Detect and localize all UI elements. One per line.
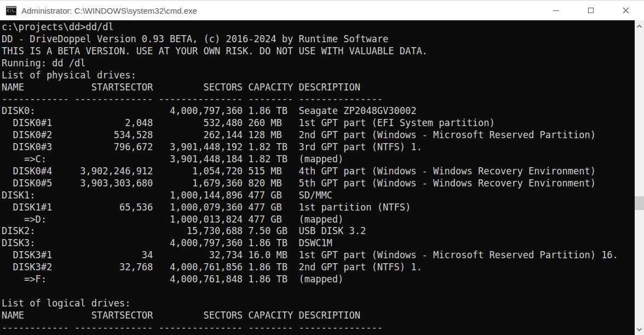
console-line: DISK0#5 3,903,303,680 1,679,360 820 MB 5… <box>2 178 635 190</box>
close-icon <box>623 7 629 14</box>
close-button[interactable] <box>613 1 639 20</box>
scrollbar-thumb[interactable] <box>635 196 644 210</box>
console-line <box>2 286 635 298</box>
console-line: DISK2: 15,730,688 7.50 GB USB DISK 3.2 <box>2 225 635 237</box>
cmd-icon-titlestrip <box>7 7 16 8</box>
chevron-down-icon <box>637 328 642 331</box>
console-line: NAME STARTSECTOR SECTORS CAPACITY DESCRI… <box>2 310 635 322</box>
scroll-down-button[interactable] <box>635 325 644 334</box>
chevron-up-icon <box>637 25 642 28</box>
console-line: =>C: 3,901,448,184 1.82 TB (mapped) <box>2 154 635 166</box>
titlebar[interactable]: C:\. Administrator: C:\WINDOWS\system32\… <box>0 0 644 20</box>
console-line: DISK0#3 796,672 3,901,448,192 1.82 TB 3r… <box>2 141 635 154</box>
console-output[interactable]: c:\projects\dd>dd/dlDD - DriveDoppel Ver… <box>0 20 635 335</box>
console-line: NAME STARTSECTOR SECTORS CAPACITY DESCRI… <box>2 82 635 94</box>
console-line: ------------ -------------- ------------… <box>2 93 635 105</box>
cmd-icon[interactable]: C:\. <box>6 6 16 15</box>
console-line: THIS IS A BETA VERSION. USE AT YOUR OWN … <box>2 46 635 58</box>
minimize-icon <box>553 10 559 11</box>
console-line: DISK0#4 3,902,246,912 1,054,720 515 MB 4… <box>2 166 635 178</box>
scroll-up-button[interactable] <box>635 21 644 31</box>
console-line: DISK3: 4,000,797,360 1.86 TB DSWC1M <box>2 237 635 249</box>
vertical-scrollbar[interactable] <box>635 20 644 335</box>
console-line: List of logical drives: <box>2 298 635 310</box>
console-line: DISK0#1 2,048 532,480 260 MB 1st GPT par… <box>2 117 635 129</box>
console-line: ------------ -------------- ------------… <box>2 322 635 334</box>
console-line: c:\projects\dd>dd/dl <box>2 21 635 33</box>
console-line: DISK1#1 65,536 1,000,079,360 477 GB 1st … <box>2 202 635 214</box>
window-title: Administrator: C:\WINDOWS\system32\cmd.e… <box>21 6 197 15</box>
console-line: DISK3#2 32,768 4,000,761,856 1.86 TB 2nd… <box>2 262 635 274</box>
cmd-window: C:\. Administrator: C:\WINDOWS\system32\… <box>0 0 644 335</box>
console-line: DISK0: 4,000,797,360 1.86 TB Seagate ZP2… <box>2 105 635 117</box>
console-line: DD - DriveDoppel Version 0.93 BETA, (c) … <box>2 33 635 46</box>
console-text: c:\projects\dd>dd/dlDD - DriveDoppel Ver… <box>2 21 635 334</box>
cmd-icon-text: C:\. <box>7 9 16 13</box>
minimize-button[interactable] <box>543 1 568 20</box>
console-line: =>F: 4,000,761,848 1.86 TB (mapped) <box>2 274 635 286</box>
maximize-button[interactable] <box>578 1 603 20</box>
console-line: List of physical drives: <box>2 70 635 82</box>
console-line: DISK1: 1,000,144,896 477 GB SD/MMC <box>2 190 635 202</box>
console-line: DISK3#1 34 32,734 16.0 MB 1st GPT part (… <box>2 249 635 262</box>
maximize-icon <box>588 8 594 13</box>
console-line: Running: dd /dl <box>2 58 635 70</box>
window-controls <box>543 1 644 20</box>
console-line: =>D: 1,000,013,824 477 GB (mapped) <box>2 214 635 226</box>
console-line: DISK0#2 534,528 262,144 128 MB 2nd GPT p… <box>2 129 635 141</box>
